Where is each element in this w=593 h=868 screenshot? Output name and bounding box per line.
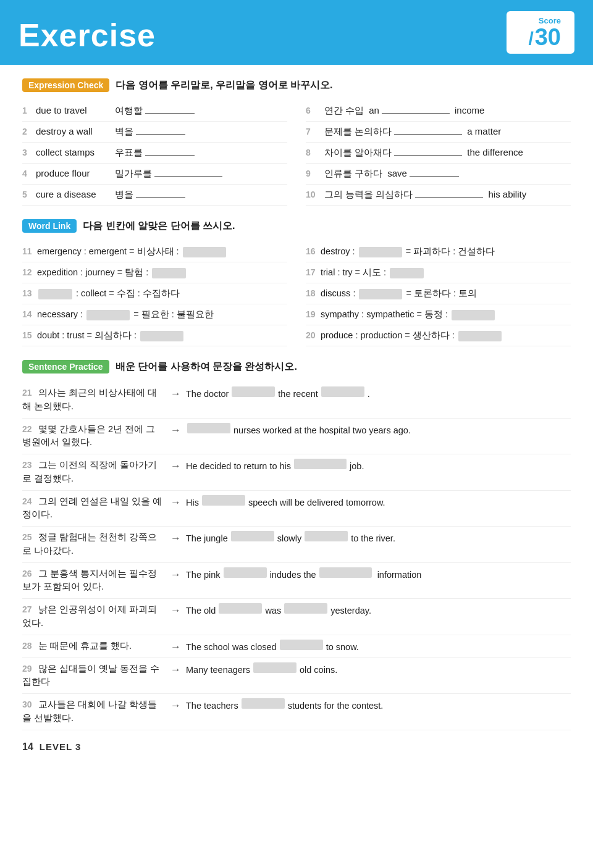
sp-row-22: 22 몇몇 간호사들은 2년 전에 그 병원에서 일했다. → nurses w… <box>22 419 571 455</box>
sp-row-27: 27 낡은 인공위성이 어제 파괴되었다. → The old was yest… <box>22 599 571 635</box>
word-link-header: Word Link 다음 빈칸에 알맞은 단어를 쓰시오. <box>22 219 571 233</box>
expression-check-instruction: 다음 영어를 우리말로, 우리말을 영어로 바꾸시오. <box>116 79 332 92</box>
sp-row-30: 30 교사들은 대회에 나갈 학생들을 선발했다. → The teachers… <box>22 694 571 730</box>
answer-25b <box>305 531 348 541</box>
sentence-practice-header: Sentence Practice 배운 단어를 사용하여 문장을 완성하시오. <box>22 360 571 373</box>
answer-16 <box>359 247 402 257</box>
answer-28 <box>280 640 323 650</box>
sentence-practice-grid: 21 의사는 최근의 비상사태에 대해 논의했다. → The doctor t… <box>22 382 571 730</box>
page-header: Exercise Score 30 <box>0 0 593 65</box>
wl-row-20: 20 produce : production = 생산하다 : <box>306 325 571 346</box>
blank-10 <box>415 197 483 198</box>
answer-27b <box>284 603 327 614</box>
expr-row-9: 9 인류를 구하다 save <box>306 164 571 185</box>
answer-21a <box>232 386 275 397</box>
word-link-grid: 11 emergency : emergent = 비상사태 : 12 expe… <box>22 241 571 346</box>
answer-25a <box>231 531 274 541</box>
expr-row-5: 5 cure a disease 병을 <box>22 185 287 206</box>
blank-5 <box>136 197 185 198</box>
sp-row-21: 21 의사는 최근의 비상사태에 대해 논의했다. → The doctor t… <box>22 382 571 419</box>
answer-29 <box>253 662 296 673</box>
sp-row-23: 23 그는 이전의 직장에 돌아가기로 결정했다. → He decided t… <box>22 454 571 491</box>
answer-30 <box>242 698 285 709</box>
answer-27a <box>219 603 262 614</box>
level-label: LEVEL 3 <box>40 741 82 752</box>
expr-row-4: 4 produce flour 밀가루를 <box>22 164 287 185</box>
score-value: 30 <box>528 25 561 49</box>
answer-24 <box>202 495 245 506</box>
expression-left-col: 1 due to travel 여행할 2 destroy a wall 벽을 … <box>22 101 287 206</box>
blank-6 <box>382 113 450 114</box>
score-box: Score 30 <box>507 11 574 54</box>
blank-9 <box>410 176 459 177</box>
sp-row-28: 28 눈 때문에 휴교를 했다. → The school was closed… <box>22 635 571 658</box>
expr-row-8: 8 차이를 알아채다 the difference <box>306 143 571 164</box>
expression-check-badge: Expression Check <box>22 78 109 92</box>
answer-14 <box>86 310 130 320</box>
wl-row-13: 13 : collect = 수집 : 수집하다 <box>22 283 287 304</box>
wl-row-17: 17 trial : try = 시도 : <box>306 262 571 283</box>
word-link-badge: Word Link <box>22 219 77 233</box>
page-footer: 14 LEVEL 3 <box>22 741 571 753</box>
expression-grid: 1 due to travel 여행할 2 destroy a wall 벽을 … <box>22 101 571 206</box>
answer-21b <box>321 386 364 397</box>
answer-13 <box>38 289 72 299</box>
blank-7 <box>394 134 462 135</box>
answer-15 <box>140 331 183 341</box>
exercise-title: Exercise <box>19 17 156 54</box>
expr-row-1: 1 due to travel 여행할 <box>22 101 287 122</box>
answer-26a <box>224 567 267 578</box>
wl-row-18: 18 discuss : = 토론하다 : 토의 <box>306 283 571 304</box>
answer-19 <box>452 310 495 320</box>
word-link-left-col: 11 emergency : emergent = 비상사태 : 12 expe… <box>22 241 287 346</box>
expression-check-header: Expression Check 다음 영어를 우리말로, 우리말을 영어로 바… <box>22 78 571 92</box>
expr-row-7: 7 문제를 논의하다 a matter <box>306 122 571 143</box>
sp-row-25: 25 정글 탐험대는 천천히 강쪽으로 나아갔다. → The jungle s… <box>22 527 571 563</box>
sp-row-24: 24 그의 연례 연설은 내일 있을 예정이다. → His speech wi… <box>22 491 571 527</box>
word-link-right-col: 16 destroy : = 파괴하다 : 건설하다 17 trial : tr… <box>306 241 571 346</box>
expr-row-2: 2 destroy a wall 벽을 <box>22 122 287 143</box>
expr-row-6: 6 연간 수입 an income <box>306 101 571 122</box>
sentence-practice-instruction: 배운 단어를 사용하여 문장을 완성하시오. <box>116 361 297 373</box>
expr-row-10: 10 그의 능력을 의심하다 his ability <box>306 185 571 206</box>
sp-row-26: 26 그 분홍색 통지서에는 필수정보가 포함되어 있다. → The pink… <box>22 563 571 599</box>
expr-row-3: 3 collect stamps 우표를 <box>22 143 287 164</box>
blank-8 <box>394 155 462 156</box>
wl-row-14: 14 necessary : = 필요한 : 불필요한 <box>22 304 287 325</box>
sp-row-29: 29 많은 십대들이 옛날 동전을 수집한다 → Many teenagers … <box>22 658 571 695</box>
page-content: Expression Check 다음 영어를 우리말로, 우리말을 영어로 바… <box>0 65 593 771</box>
answer-18 <box>359 289 402 299</box>
wl-row-11: 11 emergency : emergent = 비상사태 : <box>22 241 287 262</box>
word-link-instruction: 다음 빈칸에 알맞은 단어를 쓰시오. <box>83 220 235 233</box>
answer-17 <box>390 268 424 278</box>
sentence-practice-badge: Sentence Practice <box>22 360 109 373</box>
answer-26b <box>319 567 372 578</box>
wl-row-15: 15 doubt : trust = 의심하다 : <box>22 325 287 346</box>
answer-22 <box>187 423 230 433</box>
wl-row-19: 19 sympathy : sympathetic = 동정 : <box>306 304 571 325</box>
answer-12 <box>152 268 186 278</box>
expression-right-col: 6 연간 수입 an income 7 문제를 논의하다 a matter 8 … <box>306 101 571 206</box>
blank-3 <box>145 155 195 156</box>
blank-4 <box>154 176 222 177</box>
wl-row-12: 12 expedition : journey = 탐험 : <box>22 262 287 283</box>
wl-row-16: 16 destroy : = 파괴하다 : 건설하다 <box>306 241 571 262</box>
blank-1 <box>145 113 195 114</box>
answer-20 <box>458 331 502 341</box>
answer-23 <box>294 459 347 469</box>
blank-2 <box>136 134 185 135</box>
page-number: 14 <box>22 741 33 753</box>
answer-11 <box>183 247 226 257</box>
